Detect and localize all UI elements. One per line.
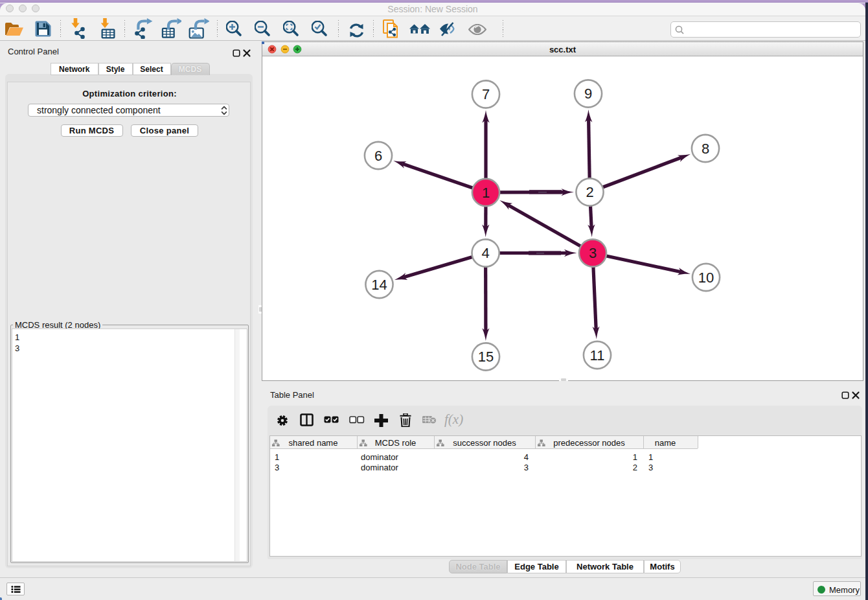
svg-text:1: 1 [482,185,490,201]
svg-text:14: 14 [371,277,387,293]
svg-text:15: 15 [478,349,494,365]
svg-text:2: 2 [586,184,593,200]
svg-text:3: 3 [589,245,597,261]
svg-text:7: 7 [482,86,490,102]
svg-text:6: 6 [374,148,382,164]
svg-text:10: 10 [698,270,714,286]
svg-text:8: 8 [702,141,709,157]
svg-text:11: 11 [590,347,605,363]
svg-text:9: 9 [584,86,592,102]
svg-text:4: 4 [481,245,489,261]
